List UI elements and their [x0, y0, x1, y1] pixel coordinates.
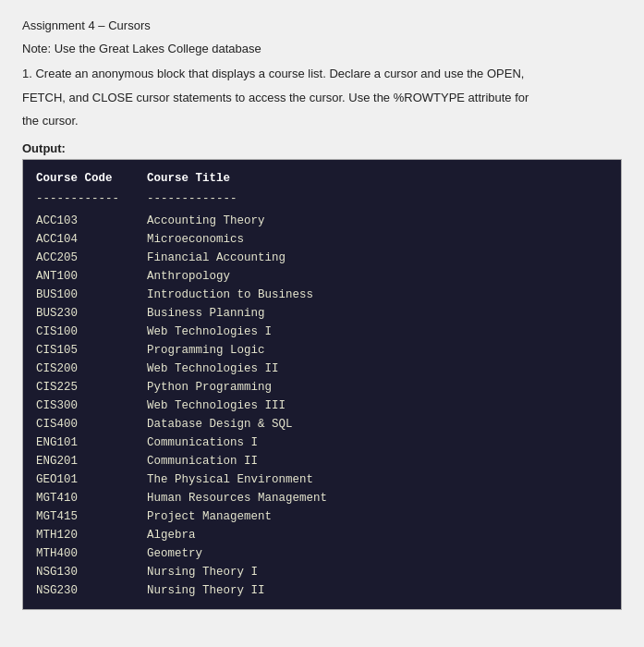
table-row: ACC103Accounting Theory: [36, 212, 608, 230]
course-code-cell: CIS300: [36, 397, 147, 415]
course-code-cell: CIS225: [36, 378, 147, 397]
table-row: MTH120Algebra: [36, 526, 608, 544]
table-row: ENG201Communication II: [36, 452, 608, 470]
course-title-cell: Communications I: [147, 433, 608, 452]
course-code-cell: CIS100: [36, 323, 147, 341]
table-row: ACC205Financial Accounting: [36, 249, 608, 267]
col-code-header: Course Code: [36, 169, 147, 188]
table-row: ANT100Anthropology: [36, 267, 608, 286]
assignment-title: Assignment 4 – Cursors: [22, 18, 622, 32]
course-code-cell: BUS100: [36, 286, 147, 304]
table-row: GEO101The Physical Environment: [36, 470, 608, 489]
table-row: MGT415Project Management: [36, 507, 608, 526]
col-code-divider: ------------: [36, 189, 147, 208]
course-title-cell: The Physical Environment: [147, 470, 608, 489]
course-title-cell: Microeconomics: [147, 230, 608, 249]
table-row: MTH400Geometry: [36, 544, 608, 563]
course-title-cell: Business Planning: [147, 304, 608, 323]
course-title-cell: Nursing Theory II: [147, 581, 608, 600]
course-title-cell: Financial Accounting: [147, 249, 608, 267]
table-row: CIS105Programming Logic: [36, 341, 608, 360]
instruction-line-1: 1. Create an anonymous block that displa…: [22, 65, 622, 83]
course-title-cell: Web Technologies III: [147, 397, 608, 415]
table-row: CIS225Python Programming: [36, 378, 608, 397]
course-title-cell: Anthropology: [147, 267, 608, 286]
table-row: ENG101Communications I: [36, 433, 608, 452]
table-row: BUS100Introduction to Business: [36, 286, 608, 304]
course-code-cell: MTH120: [36, 526, 147, 544]
col-title-header: Course Title: [147, 169, 608, 188]
table-row: CIS100Web Technologies I: [36, 323, 608, 341]
course-title-cell: Web Technologies I: [147, 323, 608, 341]
course-code-cell: ACC104: [36, 230, 147, 249]
course-code-cell: ANT100: [36, 267, 147, 286]
course-code-cell: CIS400: [36, 415, 147, 433]
output-box: Course Code Course Title ------------ --…: [22, 159, 622, 610]
col-title-divider: -------------: [147, 189, 608, 208]
output-label: Output:: [22, 141, 622, 155]
table-row: ACC104Microeconomics: [36, 230, 608, 249]
instruction-line-3: the cursor.: [22, 112, 622, 130]
course-code-cell: GEO101: [36, 470, 147, 489]
course-title-cell: Communication II: [147, 452, 608, 470]
table-row: CIS400Database Design & SQL: [36, 415, 608, 433]
table-rows: ACC103Accounting Theory ACC104Microecono…: [36, 212, 608, 600]
course-code-cell: NSG130: [36, 563, 147, 581]
course-title-cell: Python Programming: [147, 378, 608, 397]
course-title-cell: Database Design & SQL: [147, 415, 608, 433]
course-title-cell: Project Management: [147, 507, 608, 526]
table-row: BUS230Business Planning: [36, 304, 608, 323]
course-code-cell: ACC103: [36, 212, 147, 230]
course-title-cell: Human Resources Management: [147, 489, 608, 507]
course-title-cell: Introduction to Business: [147, 286, 608, 304]
course-code-cell: CIS105: [36, 341, 147, 360]
course-title-cell: Web Technologies II: [147, 360, 608, 378]
course-code-cell: CIS200: [36, 360, 147, 378]
table-row: NSG130Nursing Theory I: [36, 563, 608, 581]
course-code-cell: ACC205: [36, 249, 147, 267]
table-divider: ------------ -------------: [36, 189, 608, 208]
note-line: Note: Use the Great Lakes College databa…: [22, 42, 622, 55]
course-code-cell: MGT415: [36, 507, 147, 526]
table-row: NSG230Nursing Theory II: [36, 581, 608, 600]
table-row: CIS200Web Technologies II: [36, 360, 608, 378]
course-code-cell: BUS230: [36, 304, 147, 323]
table-row: MGT410Human Resources Management: [36, 489, 608, 507]
course-code-cell: MTH400: [36, 544, 147, 563]
course-code-cell: MGT410: [36, 489, 147, 507]
course-title-cell: Geometry: [147, 544, 608, 563]
course-code-cell: ENG101: [36, 433, 147, 452]
course-code-cell: ENG201: [36, 452, 147, 470]
instruction-line-2: FETCH, and CLOSE cursor statements to ac…: [22, 89, 622, 107]
course-title-cell: Accounting Theory: [147, 212, 608, 230]
table-header: Course Code Course Title: [36, 169, 608, 188]
course-title-cell: Algebra: [147, 526, 608, 544]
table-row: CIS300Web Technologies III: [36, 397, 608, 415]
course-title-cell: Programming Logic: [147, 341, 608, 360]
course-title-cell: Nursing Theory I: [147, 563, 608, 581]
course-code-cell: NSG230: [36, 581, 147, 600]
course-table: Course Code Course Title ------------ --…: [36, 169, 608, 600]
